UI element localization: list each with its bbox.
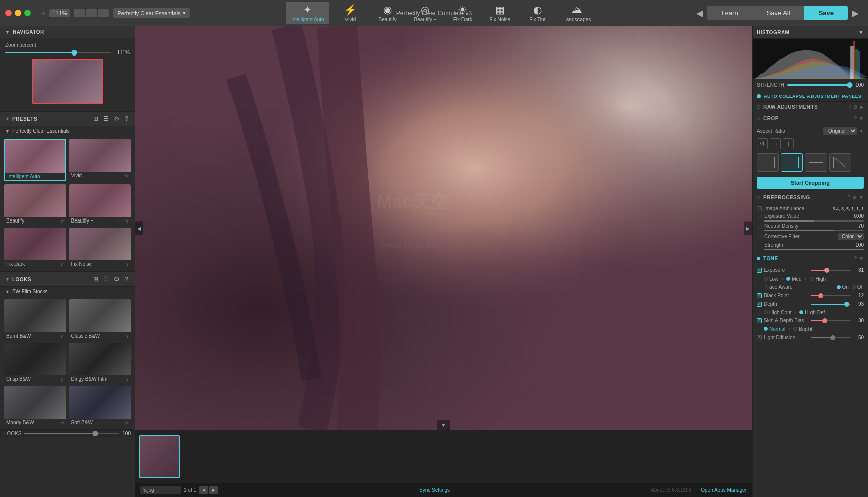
neutral-density-slider[interactable] xyxy=(764,230,864,231)
looks-thumb-extra2[interactable]: Soft B&W ☆ xyxy=(69,386,131,426)
raw-adjustments-header[interactable]: RAW ADJUSTMENTS ? ⚙ ▶ xyxy=(753,102,868,113)
grid-view-button-2[interactable] xyxy=(86,9,97,17)
sync-settings-button[interactable]: Sync Settings xyxy=(419,487,450,493)
prev-image-button[interactable]: ◀ xyxy=(199,486,208,494)
crop-grid-diagonal[interactable] xyxy=(829,153,851,172)
exposure-high-option[interactable]: High xyxy=(810,276,826,282)
raw-adj-help[interactable]: ? xyxy=(848,104,851,110)
fullscreen-button[interactable] xyxy=(24,10,31,16)
exposure-med-option[interactable]: Med xyxy=(786,276,801,282)
preset-thumb-fix-noise[interactable]: Fix Noise ☆ xyxy=(69,228,131,268)
presets-help[interactable]: ? xyxy=(123,115,130,123)
preset-fix-noise[interactable]: ▦ Fix Noise xyxy=(484,2,516,24)
raw-adj-expand[interactable]: ▶ xyxy=(860,104,864,110)
looks-thumb-dingy-bw[interactable]: Dingy B&W Film ☆ xyxy=(69,343,131,383)
expand-right-button[interactable]: ▶ xyxy=(848,8,863,19)
preset-intelligent-auto[interactable]: ✦ Intelligent Auto xyxy=(286,2,329,24)
crop-ratio-expand[interactable]: ▼ xyxy=(859,128,864,134)
close-button[interactable] xyxy=(5,10,12,16)
preprocessing-header[interactable]: PREPROCESSING ? ⚙ ▼ xyxy=(753,192,868,203)
learn-button[interactable]: Learn xyxy=(707,6,752,20)
presets-subheader[interactable]: ▼ Perfectly Clear Essentials xyxy=(0,126,135,136)
exposure-value-checkbox[interactable] xyxy=(757,214,762,219)
crop-flip-h-icon[interactable]: ↔ xyxy=(770,138,781,149)
preset-fix-tint[interactable]: ◐ Fix Tint xyxy=(521,2,553,24)
depth-high-cont-option[interactable]: High Cont xyxy=(764,310,791,315)
crop-grid-thirds[interactable] xyxy=(781,153,803,172)
forward-button[interactable]: ◀ xyxy=(692,8,707,19)
looks-thumb-classic-bw[interactable]: Classic B&W ☆ xyxy=(69,299,131,340)
crop-rotate-icon[interactable]: ↺ xyxy=(757,138,768,149)
preset-thumb-fix-dark[interactable]: Fix Dark ☆ xyxy=(4,228,66,268)
crop-grid-4[interactable] xyxy=(805,153,827,172)
exposure-low-option[interactable]: Low xyxy=(764,276,778,282)
crop-ratio-select[interactable]: Original 1:1 4:3 16:9 xyxy=(823,127,857,135)
looks-slider[interactable] xyxy=(24,433,119,434)
preset-dropdown[interactable]: Perfectly Clear Essentials ▾ xyxy=(113,8,189,18)
expand-bottom-button[interactable]: ▼ xyxy=(437,420,450,430)
histogram-expand-icon[interactable]: ▼ xyxy=(858,29,864,35)
face-aware-off-option[interactable]: Off xyxy=(852,284,864,290)
image-ambulance-checkbox[interactable] xyxy=(757,206,762,211)
skin-depth-slider-track[interactable] xyxy=(811,320,851,321)
skin-bright-option[interactable]: Bright xyxy=(793,326,812,332)
add-button[interactable]: + xyxy=(41,9,45,18)
zoom-slider[interactable] xyxy=(5,52,111,53)
looks-grid-view[interactable]: ⊞ xyxy=(92,275,100,283)
preset-thumb-beautify-plus[interactable]: Beautify + ☆ xyxy=(69,184,131,225)
start-cropping-button[interactable]: Start Cropping xyxy=(757,177,864,189)
exposure-checkbox[interactable] xyxy=(757,268,762,273)
looks-thumb-extra1[interactable]: Moody B&W ☆ xyxy=(4,386,66,426)
tone-header[interactable]: TONE ? ▼ xyxy=(753,253,868,264)
depth-checkbox[interactable] xyxy=(757,302,762,307)
light-diffusion-slider-track[interactable] xyxy=(811,337,851,338)
exposure-slider[interactable] xyxy=(764,220,864,222)
black-point-checkbox[interactable] xyxy=(757,293,762,298)
skin-depth-checkbox[interactable] xyxy=(757,318,762,323)
corrective-filter-select[interactable]: Color xyxy=(838,233,864,240)
crop-flip-v-icon[interactable]: ↕ xyxy=(783,138,794,149)
tone-expand[interactable]: ▼ xyxy=(859,256,864,261)
presets-list-view[interactable]: ☰ xyxy=(102,115,110,123)
save-all-button[interactable]: Save All xyxy=(753,6,804,20)
save-button[interactable]: Save xyxy=(804,6,848,20)
navigator-header[interactable]: ▼ NAVIGATOR xyxy=(0,26,135,38)
film-thumb-1[interactable] xyxy=(139,435,180,478)
preproc-strength-slider[interactable] xyxy=(764,249,864,250)
preset-thumb-intelligent-auto[interactable]: Intelligent Auto xyxy=(4,139,66,181)
preproc-settings[interactable]: ⚙ xyxy=(852,195,857,200)
crop-help[interactable]: ? xyxy=(854,116,857,121)
next-image-button[interactable]: ▶ xyxy=(209,486,218,494)
crop-grid-none[interactable] xyxy=(757,153,779,172)
light-diffusion-checkbox[interactable] xyxy=(757,335,762,340)
minimize-button[interactable] xyxy=(15,10,21,16)
tone-help[interactable]: ? xyxy=(854,256,857,261)
preset-thumb-beautify[interactable]: Beautify ☆ xyxy=(4,184,66,225)
looks-help[interactable]: ? xyxy=(123,275,130,283)
skin-normal-option[interactable]: Normal xyxy=(764,326,785,332)
raw-adj-settings[interactable]: ⚙ xyxy=(853,104,858,110)
depth-slider-track[interactable] xyxy=(811,304,851,305)
strength-slider[interactable] xyxy=(787,84,850,86)
preset-thumb-vivid[interactable]: Vivid ☆ xyxy=(69,139,131,181)
corrective-filter-checkbox[interactable] xyxy=(757,234,762,239)
looks-list-view[interactable]: ☰ xyxy=(102,275,110,283)
preproc-help[interactable]: ? xyxy=(848,195,851,200)
crop-header[interactable]: CROP ? ▼ xyxy=(753,113,868,124)
depth-high-def-option[interactable]: High Def xyxy=(799,310,825,315)
expand-right-panel-button[interactable]: ▶ xyxy=(744,222,752,235)
preproc-expand[interactable]: ▼ xyxy=(859,195,864,200)
black-point-slider-track[interactable] xyxy=(811,295,851,296)
expand-left-button[interactable]: ◀ xyxy=(135,222,143,235)
looks-thumb-burnt-bw[interactable]: Burnt B&W ☆ xyxy=(4,299,66,340)
looks-subheader[interactable]: ▼ BW Film Stocks xyxy=(0,287,135,296)
crop-expand[interactable]: ▼ xyxy=(859,116,864,121)
open-apps-manager-button[interactable]: Open Apps Manager xyxy=(701,487,747,493)
grid-view-button-1[interactable] xyxy=(74,9,85,17)
preset-landscapes[interactable]: ⛰ Landscapes xyxy=(558,2,596,24)
exposure-slider-track[interactable] xyxy=(811,270,851,271)
face-aware-on-option[interactable]: On xyxy=(837,284,849,290)
presets-settings[interactable]: ⚙ xyxy=(112,115,121,123)
file-name-input[interactable] xyxy=(140,486,181,494)
looks-thumb-crisp-bw[interactable]: Crisp B&W ☆ xyxy=(4,343,66,383)
